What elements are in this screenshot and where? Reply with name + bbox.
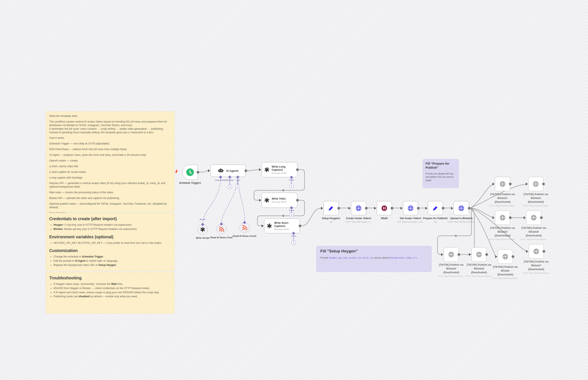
input-port[interactable] bbox=[452, 207, 454, 209]
output-port[interactable] bbox=[391, 207, 393, 209]
note-bullet: 401/403 from Heygen or Blotato → check c… bbox=[54, 286, 171, 290]
node-schedule-trigger[interactable] bbox=[182, 165, 198, 180]
input-port[interactable] bbox=[442, 253, 444, 256]
note-paragraph: How it works bbox=[49, 136, 171, 140]
output-port[interactable] bbox=[296, 199, 299, 202]
output-port[interactable] bbox=[337, 207, 340, 209]
node-create-avatar-video[interactable] bbox=[351, 201, 366, 215]
sticky-note-setup-heygen[interactable]: Fill "Setup Heygen" Provide heygen_api_k… bbox=[316, 246, 432, 272]
sticky-note-prepare-for-publish[interactable]: Fill "Prepare for Publish" Provide your … bbox=[423, 159, 459, 188]
node-get-avatar-video[interactable] bbox=[403, 201, 418, 215]
output-port[interactable] bbox=[485, 253, 488, 256]
node-tiktok-blotato2[interactable] bbox=[528, 177, 543, 191]
node-title: Write Title1 bbox=[272, 197, 287, 200]
node-write-long-caption[interactable]: Write Long Caption1Message Model bbox=[262, 162, 297, 177]
node-label: (Deactivated) bbox=[474, 273, 537, 276]
rss-icon bbox=[219, 226, 224, 232]
node-label: Upload to Blotato1 bbox=[430, 217, 493, 220]
add-node-button[interactable]: + bbox=[290, 213, 294, 217]
node-label: Blotato bbox=[474, 269, 537, 272]
input-port[interactable] bbox=[426, 207, 428, 209]
node-label: [TikTOK] Publish via bbox=[471, 227, 534, 229]
input-port[interactable] bbox=[493, 183, 496, 185]
node-label: Blotato1 bbox=[471, 197, 534, 200]
code-token: background_video_url bbox=[390, 256, 417, 259]
note-bullet: If AI Agent can't fetch news, reduce sco… bbox=[54, 290, 171, 295]
input-port[interactable] bbox=[524, 217, 527, 219]
node-prepare-for-publish[interactable] bbox=[428, 201, 443, 215]
output-port[interactable] bbox=[365, 207, 368, 209]
node-label: [TikTOK] Publish via bbox=[505, 260, 568, 263]
sticky-note-overview[interactable]: What this template doesThis workflow cre… bbox=[46, 111, 174, 212]
add-node-button[interactable]: + bbox=[236, 185, 240, 189]
node-url-label: POST: https://backend.blotat... bbox=[471, 238, 534, 240]
note-paragraph: a long caption with hashtags bbox=[49, 176, 171, 180]
connector-label: Tools bbox=[289, 209, 294, 211]
node-label: (Deactivated) bbox=[502, 234, 565, 237]
node-label: Get Avatar Video1 bbox=[379, 217, 442, 220]
output-port[interactable] bbox=[542, 183, 545, 186]
node-subtitle: Message Model bbox=[272, 172, 295, 174]
output-port[interactable] bbox=[458, 253, 460, 256]
node-title: Write Short Caption1 bbox=[274, 222, 298, 228]
input-port[interactable] bbox=[493, 217, 496, 219]
input-port[interactable] bbox=[527, 250, 529, 252]
node-setup-heygen[interactable] bbox=[323, 201, 339, 215]
node-tiktok-blotato[interactable] bbox=[498, 249, 513, 264]
output-port[interactable] bbox=[512, 255, 514, 258]
sticky-note-troubleshooting[interactable]: TroubleshootingIf Heygen status stays "p… bbox=[46, 272, 174, 314]
input-port[interactable] bbox=[260, 199, 262, 201]
output-port[interactable] bbox=[540, 216, 543, 219]
node-tiktok-blotato5[interactable] bbox=[471, 247, 487, 262]
node-upload-to-blotato[interactable] bbox=[454, 201, 469, 215]
output-port[interactable] bbox=[296, 169, 299, 171]
node-write-title[interactable]: Write Title1Message Model bbox=[262, 193, 297, 208]
output-port[interactable] bbox=[442, 207, 444, 209]
output-port[interactable] bbox=[509, 216, 512, 219]
globe-icon bbox=[499, 214, 506, 221]
add-node-button[interactable]: + bbox=[290, 184, 294, 188]
node-label: Prepare for Publish1 bbox=[404, 217, 467, 220]
node-wait6[interactable] bbox=[377, 201, 392, 215]
add-node-button[interactable]: + bbox=[228, 185, 232, 189]
input-port[interactable] bbox=[209, 170, 211, 172]
node-url-label: POST: https://backend.blotat... bbox=[471, 204, 534, 207]
input-port[interactable] bbox=[349, 207, 352, 209]
globe-icon bbox=[530, 214, 537, 221]
output-port[interactable] bbox=[417, 207, 420, 209]
connector-label: Tools bbox=[291, 235, 296, 237]
node-tiktok-blotato1[interactable] bbox=[495, 177, 510, 191]
code-token: voice_id bbox=[362, 256, 373, 259]
node-tiktok-blotato3[interactable] bbox=[495, 210, 510, 225]
note-section-heading: Credentials to create (after import) bbox=[49, 216, 171, 221]
node-tiktok-blotato7[interactable] bbox=[529, 244, 544, 259]
input-port[interactable] bbox=[526, 183, 529, 185]
wire bbox=[248, 170, 259, 171]
output-port[interactable] bbox=[299, 225, 301, 227]
pencil-icon bbox=[328, 205, 334, 211]
add-node-button[interactable]: + bbox=[292, 241, 296, 245]
sticky-note-setup[interactable]: Credentials to create (after import)Heyg… bbox=[46, 213, 174, 271]
input-port[interactable] bbox=[375, 207, 377, 209]
node-label: Blotato6 bbox=[502, 230, 565, 233]
output-port[interactable] bbox=[468, 207, 471, 209]
globe-icon bbox=[476, 251, 482, 258]
input-port[interactable] bbox=[262, 225, 265, 227]
input-port[interactable] bbox=[260, 169, 262, 171]
node-ai-agent[interactable]: AI Agent1 bbox=[210, 165, 246, 177]
input-port[interactable] bbox=[496, 256, 498, 258]
node-write-short-caption[interactable]: Write Short Caption1Message Model bbox=[264, 219, 300, 233]
node-tiktok-blotato6[interactable] bbox=[526, 210, 541, 225]
output-port[interactable] bbox=[543, 250, 545, 253]
input-port[interactable] bbox=[470, 253, 472, 256]
note-bullet-list: Change the schedule in Schedule Trigger.… bbox=[49, 255, 171, 267]
node-label: [TikTOK] Publish via bbox=[471, 193, 534, 196]
note-bullet: Edit the prompt in AI Agent to switch to… bbox=[54, 259, 171, 263]
workflow-canvas[interactable]: What this template doesThis workflow cre… bbox=[0, 0, 588, 380]
node-tiktok-blotato4[interactable] bbox=[444, 247, 459, 262]
input-port[interactable] bbox=[322, 207, 324, 209]
input-port[interactable] bbox=[401, 207, 404, 209]
output-port[interactable] bbox=[509, 183, 512, 186]
output-port[interactable] bbox=[197, 171, 199, 174]
output-port[interactable] bbox=[244, 170, 247, 172]
